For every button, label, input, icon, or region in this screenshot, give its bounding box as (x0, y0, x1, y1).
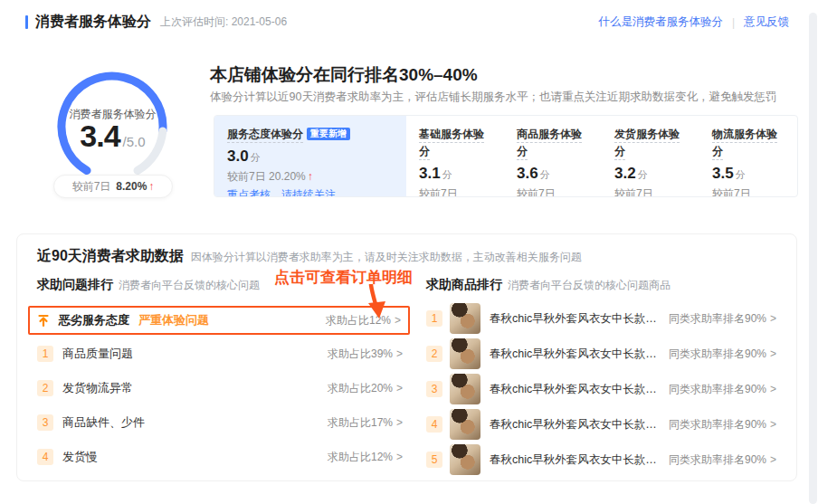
feedback-link[interactable]: 意见反馈 (744, 14, 789, 30)
card-title: 基础服务体验分 (419, 128, 484, 160)
up-arrow-icon: ↑ (308, 170, 313, 183)
product-row[interactable]: 2 春秋chic早秋外套风衣女中长款过膝2022春秋... 同类求助率排名90%… (426, 338, 776, 370)
chevron-right-icon: > (770, 312, 776, 325)
problem-label: 发货物流异常 (62, 380, 133, 396)
score-denominator: /5.0 (123, 134, 146, 149)
problem-label: 发货慢 (62, 449, 98, 465)
chevron-right-icon: > (770, 383, 776, 395)
product-row[interactable]: 3 春秋chic早秋外套风衣女中长款过膝2022春秋... 同类求助率排名90%… (426, 373, 776, 405)
peer-help-rank: 同类求助率排名90% (669, 452, 766, 468)
annotation-arrow-icon (360, 284, 396, 322)
help-ratio: 求助占比20% (328, 381, 393, 396)
product-thumbnail (450, 303, 480, 334)
product-row[interactable]: 1 春秋chic早秋外套风衣女中长款过膝2022春秋... 同类求助率排名90%… (426, 302, 776, 335)
card-score-value: 3.0 (227, 147, 249, 165)
card-title: 物流服务体验分 (712, 128, 777, 160)
problem-row-highlighted[interactable]: 恶劣服务态度 严重体验问题 求助占比12% > (28, 306, 410, 335)
card-score-value: 3.1 (419, 165, 441, 182)
score-value: 3.4 (80, 119, 119, 154)
problem-row[interactable]: 1 商品质量问题 求助占比39% > (28, 340, 410, 367)
product-thumbnail (450, 444, 480, 475)
chevron-right-icon: > (770, 347, 776, 360)
rank-badge: 1 (37, 346, 53, 362)
rank-badge: 3 (37, 414, 53, 431)
product-ranking-note: 消费者向平台反馈的核心问题商品 (508, 278, 671, 293)
card-title: 商品服务体验分 (517, 128, 582, 160)
card-title: 发货服务体验分 (614, 128, 680, 160)
product-row[interactable]: 5 春秋chic早秋外套风衣女中长款过膝2022春秋... 同类求助率排名90%… (426, 443, 776, 476)
chevron-right-icon: > (396, 382, 403, 395)
problem-ranking-title: 求助问题排行 (37, 277, 113, 293)
product-thumbnail (450, 409, 480, 440)
product-thumbnail (450, 338, 480, 369)
ranking-headline: 本店铺体验分在同行排名30%–40% (210, 63, 478, 87)
product-title: 春秋chic早秋外套风衣女中长款过膝2022春秋... (490, 417, 667, 433)
sub-score-cards: 服务态度体验分重要新增 3.0分 较前7日 20.20%↑ 重点考核，请持续关注… (214, 115, 798, 197)
card-title: 服务态度体验分 (227, 128, 303, 143)
peer-help-rank: 同类求助率排名90% (669, 417, 766, 433)
problem-row[interactable]: 3 商品缺件、少件 求助占比17% > (28, 409, 410, 436)
rise-to-top-icon (37, 314, 50, 328)
card-score-value: 3.6 (517, 165, 538, 182)
card-shipping-service[interactable]: 发货服务体验分 3.2分 较前7日 8.13%↑ (602, 116, 699, 196)
product-thumbnail (450, 374, 480, 404)
product-title: 春秋chic早秋外套风衣女中长款过膝2022春秋... (490, 347, 667, 362)
product-title: 春秋chic早秋外套风衣女中长款过膝2022春秋... (490, 452, 667, 468)
consumer-service-score-page: 消费者服务体验分 上次评估时间: 2021-05-06 什么是消费者服务体验分 … (0, 0, 818, 504)
page-header: 消费者服务体验分 上次评估时间: 2021-05-06 什么是消费者服务体验分 … (25, 13, 789, 32)
card-product-service[interactable]: 商品服务体验分 3.6分 较前7日 6.33%↑ (504, 116, 602, 196)
title-accent-bar (25, 15, 28, 29)
problem-label: 商品缺件、少件 (62, 414, 145, 431)
last-evaluation-time: 上次评估时间: 2021-05-06 (160, 14, 287, 30)
problem-label: 商品质量问题 (62, 346, 133, 362)
peer-help-rank: 同类求助率排名90% (669, 347, 766, 362)
new-badge: 重要新增 (307, 128, 350, 140)
chevron-right-icon: > (396, 416, 403, 429)
page-title: 消费者服务体验分 (35, 13, 151, 32)
problem-ranking-note: 消费者向平台反馈的核心问题 (119, 278, 260, 293)
problem-row[interactable]: 4 发货慢 求助占比12% > (28, 443, 410, 471)
problem-ranking-column: 求助问题排行 消费者向平台反馈的核心问题 恶劣服务态度 严重体验问题 求助占比1… (37, 277, 410, 479)
rank-badge: 3 (426, 381, 442, 397)
product-ranking-column: 求助商品排行 消费者向平台反馈的核心问题商品 1 春秋chic早秋外套风衣女中长… (426, 277, 776, 479)
card-note: 重点考核，请持续关注 (227, 187, 394, 197)
section-title: 近90天消费者求助数据 (37, 247, 184, 266)
what-is-score-link[interactable]: 什么是消费者服务体验分 (598, 14, 723, 30)
trend-label: 较前7日 (72, 179, 111, 195)
rank-badge: 1 (426, 310, 442, 327)
card-service-attitude[interactable]: 服务态度体验分重要新增 3.0分 较前7日 20.20%↑ 重点考核，请持续关注 (214, 116, 406, 196)
card-score-value: 3.2 (614, 165, 636, 182)
up-arrow-icon: ↑ (148, 180, 154, 193)
gauge-score: 3.4 /5.0 (43, 119, 182, 154)
rank-badge: 4 (37, 449, 53, 465)
chevron-right-icon: > (396, 451, 403, 463)
problem-label: 恶劣服务态度 (59, 312, 129, 328)
vertical-scrollbar[interactable] (809, 13, 817, 504)
rank-badge: 4 (426, 416, 442, 433)
severe-issue-tag: 严重体验问题 (138, 312, 209, 328)
peer-help-rank: 同类求助率排名90% (669, 311, 766, 327)
chevron-right-icon: > (396, 347, 403, 360)
rank-badge: 5 (426, 452, 442, 468)
help-ratio: 求助占比17% (328, 415, 393, 431)
score-trend-pill: 较前7日 8.20% ↑ (53, 175, 173, 198)
card-logistics-service[interactable]: 物流服务体验分 3.5分 较前7日 14.20%↑ (699, 116, 797, 196)
card-score-value: 3.5 (712, 165, 734, 182)
product-title: 春秋chic早秋外套风衣女中长款过膝2022春秋... (490, 311, 667, 327)
card-basic-service[interactable]: 基础服务体验分 3.1分 较前7日 18.22%↑ (406, 116, 504, 196)
peer-help-rank: 同类求助率排名90% (669, 382, 766, 397)
rank-badge: 2 (37, 380, 53, 396)
help-ratio: 求助占比39% (328, 347, 393, 362)
product-row[interactable]: 4 春秋chic早秋外套风衣女中长款过膝2022春秋... 同类求助率排名90%… (426, 408, 776, 441)
section-subtitle: 因体验分计算以消费者求助率为主，请及时关注求助数据，主动改善相关服务问题 (191, 250, 582, 265)
trend-value: 8.20% (116, 180, 147, 193)
problem-row[interactable]: 2 发货物流异常 求助占比20% > (28, 375, 410, 402)
chevron-right-icon: > (770, 453, 776, 466)
product-title: 春秋chic早秋外套风衣女中长款过膝2022春秋... (490, 382, 667, 397)
ranking-description: 体验分计算以近90天消费者求助率为主，评估店铺长期服务水平；也请重点关注近期求助… (210, 90, 794, 105)
link-divider: | (732, 16, 735, 29)
product-ranking-title: 求助商品排行 (426, 277, 502, 293)
chevron-right-icon: > (770, 418, 776, 431)
rank-badge: 2 (426, 346, 442, 362)
help-ratio: 求助占比12% (328, 450, 393, 465)
